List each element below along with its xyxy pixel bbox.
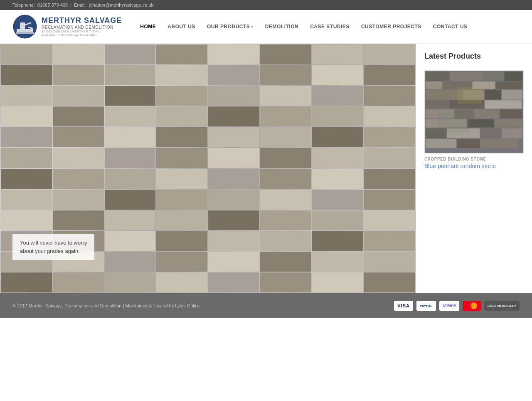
stone-cell (156, 190, 207, 210)
stone-cell (105, 45, 156, 64)
stone-cell (312, 86, 363, 106)
product-image (424, 70, 524, 153)
stone-cell (156, 148, 207, 168)
stone-cell (53, 272, 104, 292)
hero-text-line1: You will never have to worry (20, 239, 87, 247)
logo-subtitle: Reclamation and Demolition (42, 25, 122, 30)
payment-icons: VISA PayPal stripe CASH ON DELIVERY (394, 301, 520, 311)
stone-cell (364, 210, 415, 230)
main-content: You will never have to worry about your … (0, 44, 532, 293)
svg-rect-37 (458, 87, 482, 104)
svg-rect-3 (20, 22, 25, 29)
stone-cell (156, 169, 207, 189)
svg-rect-1 (17, 29, 33, 32)
stone-cell (260, 169, 311, 189)
separator: | (70, 2, 71, 7)
stone-cell (1, 148, 52, 168)
stone-cell (156, 210, 207, 230)
stone-cell (312, 148, 363, 168)
stone-cell (364, 252, 415, 272)
stone-cell (156, 272, 207, 292)
stone-cell (260, 65, 311, 85)
stone-cell (1, 190, 52, 210)
stone-cell (312, 272, 363, 292)
stone-cell (208, 210, 259, 230)
stone-cell (208, 45, 259, 64)
stone-cell (208, 272, 259, 292)
stone-cell (208, 190, 259, 210)
main-nav: HOME ABOUT US OUR PRODUCTS ▾ DEMOLITION … (134, 20, 473, 33)
hero-text-overlay: You will never have to worry about your … (12, 234, 94, 260)
email-address[interactable]: jchatton@merthyrsalvage.co.uk (89, 2, 153, 7)
stone-cell (260, 127, 311, 147)
nav-about-us[interactable]: ABOUT US (162, 20, 201, 33)
stone-cell (1, 272, 52, 292)
stone-cell (312, 190, 363, 210)
logo-text: MERTHYR SALVAGE Reclamation and Demoliti… (42, 16, 122, 37)
stone-cell (364, 148, 415, 168)
stone-cell (53, 106, 104, 126)
stone-cell (1, 210, 52, 230)
stone-cell (53, 86, 104, 106)
stone-cell (364, 190, 415, 210)
stone-cell (53, 45, 104, 64)
nav-our-products[interactable]: OUR PRODUCTS ▾ (201, 20, 259, 33)
stone-cell (208, 127, 259, 147)
nav-case-studies[interactable]: CASE STUDIES (304, 20, 355, 33)
stone-cell (208, 106, 259, 126)
nav-contact-us[interactable]: CONTACT US (427, 20, 473, 33)
stone-cell (105, 86, 156, 106)
product-card[interactable]: CROPPED BUILDING STONE Blue pennant rand… (424, 70, 524, 169)
logo-taglines: 11 GOLDEN MILE | MERTHYR TYDFIL (42, 30, 122, 33)
logo-icon (12, 14, 37, 39)
top-bar: Telephone: 01685 379 408 | Email: jchatt… (0, 0, 532, 10)
stone-cell (364, 169, 415, 189)
stone-cell (156, 106, 207, 126)
stone-cell (1, 45, 52, 64)
svg-rect-38 (437, 112, 470, 132)
stone-cell (156, 252, 207, 272)
stone-cell (208, 231, 259, 251)
stone-cell (364, 231, 415, 251)
header: MERTHYR SALVAGE Reclamation and Demoliti… (0, 10, 532, 44)
stone-cell (105, 210, 156, 230)
paypal-icon: PayPal (416, 301, 436, 311)
stone-cell (260, 252, 311, 272)
stone-cell (156, 86, 207, 106)
nav-demolition[interactable]: DEMOLITION (259, 20, 304, 33)
stone-cell (53, 210, 104, 230)
product-name[interactable]: Blue pennant random stone (424, 163, 524, 169)
stone-cell (312, 65, 363, 85)
logo-area[interactable]: MERTHYR SALVAGE Reclamation and Demoliti… (12, 14, 122, 39)
stone-cell (105, 272, 156, 292)
stone-cell (260, 45, 311, 64)
product-category: CROPPED BUILDING STONE (424, 157, 524, 161)
stone-cell (105, 169, 156, 189)
stone-cell (53, 148, 104, 168)
stone-cell (1, 65, 52, 85)
stone-cell (260, 210, 311, 230)
stone-cell (312, 252, 363, 272)
nav-customer-projects[interactable]: CUSTOMER PROJECTS (355, 20, 427, 33)
stone-cell (364, 45, 415, 64)
stone-cell (105, 127, 156, 147)
telephone-number[interactable]: 01685 379 408 (37, 2, 68, 7)
stone-cell (364, 106, 415, 126)
email-label: Email: (74, 2, 87, 7)
telephone-label: Telephone: (12, 2, 35, 7)
stone-cell (260, 190, 311, 210)
stone-cell (260, 231, 311, 251)
stone-cell (312, 106, 363, 126)
stone-cell (53, 127, 104, 147)
logo-title: MERTHYR SALVAGE (42, 16, 122, 25)
products-dropdown-arrow: ▾ (251, 25, 254, 29)
stone-cell (208, 86, 259, 106)
stripe-icon: stripe (439, 301, 460, 311)
hero-area: You will never have to worry about your … (0, 44, 416, 293)
cash-on-delivery-icon: CASH ON DELIVERY (484, 301, 520, 311)
stone-cell (312, 210, 363, 230)
stone-cell (208, 169, 259, 189)
visa-icon: VISA (394, 301, 413, 311)
stone-cell (312, 231, 363, 251)
nav-home[interactable]: HOME (134, 20, 162, 33)
